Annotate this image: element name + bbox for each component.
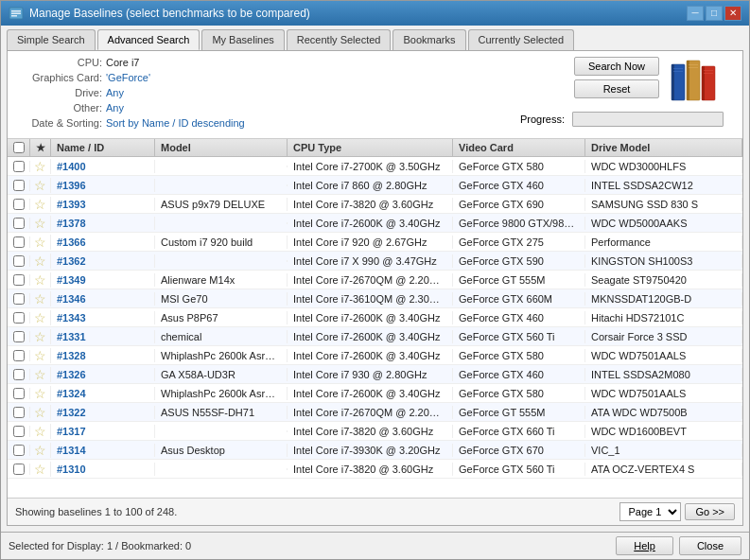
close-button[interactable]: Close (679, 536, 741, 555)
table-row[interactable]: ☆ #1322 ASUS N55SF-DH71 Intel Core i7-26… (8, 403, 742, 422)
maximize-button[interactable]: □ (706, 6, 723, 21)
row-checkbox[interactable] (8, 312, 30, 324)
drive-row: Drive: Any (17, 87, 520, 98)
minimize-button[interactable]: ─ (687, 6, 704, 21)
row-star[interactable]: ☆ (30, 329, 51, 344)
table-row[interactable]: ☆ #1362 Intel Core i7 X 990 @ 3.47GHz Ge… (8, 252, 742, 271)
row-star[interactable]: ☆ (30, 405, 51, 420)
row-star[interactable]: ☆ (30, 462, 51, 477)
row-checkbox[interactable] (8, 255, 30, 267)
tab-simple-search[interactable]: Simple Search (7, 29, 96, 50)
row-star[interactable]: ☆ (30, 348, 51, 363)
drive-value[interactable]: Any (106, 87, 124, 98)
row-checkbox[interactable] (8, 293, 30, 305)
row-model: WhiplashPc 2600k Asrock ex... (155, 387, 288, 400)
row-star[interactable]: ☆ (30, 159, 51, 174)
graphics-value[interactable]: 'GeForce' (106, 72, 150, 83)
row-star[interactable]: ☆ (30, 386, 51, 401)
header-name[interactable]: Name / ID (51, 139, 155, 156)
row-checkbox[interactable] (8, 218, 30, 229)
row-cpu: Intel Core i7-2600K @ 3.40GHz (288, 387, 453, 400)
table-row[interactable]: ☆ #1328 WhiplashPc 2600k Asrock Intel Co… (8, 346, 742, 365)
tab-advanced-search[interactable]: Advanced Search (97, 29, 201, 50)
row-star[interactable]: ☆ (30, 310, 51, 325)
table-row[interactable]: ☆ #1343 Asus P8P67 Intel Core i7-2600K @… (8, 308, 742, 327)
row-checkbox[interactable] (8, 236, 30, 248)
table-row[interactable]: ☆ #1326 GA X58A-UD3R Intel Core i7 930 @… (8, 365, 742, 384)
row-star[interactable]: ☆ (30, 272, 51, 288)
tab-content: CPU: Core i7 Graphics Card: 'GeForce' Dr… (7, 50, 743, 526)
row-id: #1328 (51, 349, 155, 362)
row-model (155, 222, 288, 224)
row-drive: Performance (585, 236, 742, 249)
row-checkbox[interactable] (8, 161, 30, 172)
row-star[interactable]: ☆ (30, 367, 51, 382)
table-row[interactable]: ☆ #1317 Intel Core i7-3820 @ 3.60GHz GeF… (8, 422, 742, 441)
row-model (155, 184, 288, 186)
row-checkbox[interactable] (8, 180, 30, 191)
row-star[interactable]: ☆ (30, 291, 51, 306)
showing-status: Showing baselines 1 to 100 of 248. (15, 506, 616, 517)
table-row[interactable]: ☆ #1400 Intel Core i7-2700K @ 3.50GHz Ge… (8, 157, 742, 176)
table-row[interactable]: ☆ #1314 Asus Desktop Intel Core i7-3930K… (8, 441, 742, 460)
help-button[interactable]: Help (616, 536, 673, 555)
table-row[interactable]: ☆ #1366 Custom i7 920 build Intel Core i… (8, 233, 742, 252)
row-checkbox[interactable] (8, 369, 30, 380)
row-star[interactable]: ☆ (30, 216, 51, 231)
row-video: GeForce GTX 590 (453, 254, 585, 268)
row-model (155, 260, 288, 262)
row-cpu: Intel Core i7-3820 @ 3.60GHz (288, 425, 453, 438)
row-star[interactable]: ☆ (30, 235, 51, 250)
tab-bookmarks[interactable]: Bookmarks (392, 29, 465, 50)
table-row[interactable]: ☆ #1346 MSI Ge70 Intel Core i7-3610QM @ … (8, 289, 742, 308)
row-checkbox[interactable] (8, 274, 30, 286)
tab-my-baselines[interactable]: My Baselines (201, 29, 284, 50)
table-row[interactable]: ☆ #1396 Intel Core i7 860 @ 2.80GHz GeFo… (8, 176, 742, 195)
row-star[interactable]: ☆ (30, 178, 51, 193)
page-select[interactable]: Page 1 Page 2 Page 3 (619, 502, 681, 521)
date-label: Date & Sorting: (17, 117, 102, 129)
table-row[interactable]: ☆ #1324 WhiplashPc 2600k Asrock ex... In… (8, 384, 742, 403)
close-window-button[interactable]: ✕ (724, 6, 741, 21)
row-video: GeForce GTX 660 Ti (453, 425, 585, 438)
main-content: Simple Search Advanced Search My Baselin… (1, 26, 749, 532)
cpu-row: CPU: Core i7 (17, 57, 520, 68)
row-star[interactable]: ☆ (30, 197, 51, 212)
row-cpu: Intel Core i7-3820 @ 3.60GHz (288, 463, 453, 476)
reset-button[interactable]: Reset (574, 79, 659, 98)
row-checkbox[interactable] (8, 407, 30, 418)
table-row[interactable]: ☆ #1349 Alienware M14x Intel Core i7-267… (8, 271, 742, 289)
row-checkbox[interactable] (8, 388, 30, 399)
go-button[interactable]: Go >> (685, 503, 735, 520)
svg-rect-13 (702, 66, 705, 100)
row-checkbox[interactable] (8, 350, 30, 361)
row-id: #1366 (51, 236, 155, 249)
row-id: #1349 (51, 273, 155, 287)
table-row[interactable]: ☆ #1393 ASUS p9x79 DELUXE Intel Core i7-… (8, 195, 742, 214)
svg-rect-15 (704, 73, 713, 74)
select-all-checkbox[interactable] (13, 142, 25, 153)
row-star[interactable]: ☆ (30, 254, 51, 269)
row-video: GeForce GT 555M (453, 273, 585, 287)
tab-recently-selected[interactable]: Recently Selected (287, 29, 392, 50)
row-star[interactable]: ☆ (30, 424, 51, 439)
table-row[interactable]: ☆ #1378 Intel Core i7-2600K @ 3.40GHz Ge… (8, 214, 742, 233)
row-cpu: Intel Core i7-3930K @ 3.20GHz (288, 444, 453, 457)
row-checkbox[interactable] (8, 464, 30, 475)
header-checkbox[interactable] (8, 139, 30, 156)
row-id: #1393 (51, 198, 155, 211)
search-now-button[interactable]: Search Now (574, 57, 659, 76)
row-cpu: Intel Core i7-2700K @ 3.50GHz (288, 160, 453, 173)
tab-currently-selected[interactable]: Currently Selected (468, 29, 575, 50)
table-row[interactable]: ☆ #1310 Intel Core i7-3820 @ 3.60GHz GeF… (8, 460, 742, 479)
row-checkbox[interactable] (8, 199, 30, 210)
table-row[interactable]: ☆ #1331 chemical Intel Core i7-2600K @ 3… (8, 327, 742, 346)
sort-value[interactable]: Sort by Name / ID descending (106, 117, 245, 129)
row-checkbox[interactable] (8, 445, 30, 456)
row-drive: WDC WD7501AALS (585, 349, 742, 362)
row-checkbox[interactable] (8, 426, 30, 437)
row-star[interactable]: ☆ (30, 443, 51, 458)
row-checkbox[interactable] (8, 331, 30, 342)
selected-status: Selected for Display: 1 / Bookmarked: 0 (9, 540, 191, 551)
other-value[interactable]: Any (106, 102, 124, 114)
